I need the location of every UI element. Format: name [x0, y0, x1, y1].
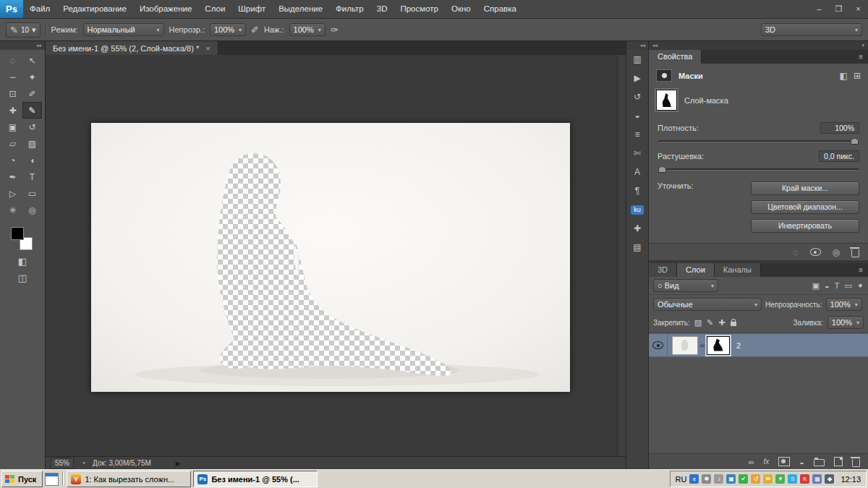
histogram-panel-icon[interactable]: ▥ [628, 50, 647, 69]
menu-filter[interactable]: Фильтр [329, 0, 370, 18]
task-button-browser[interactable]: Y 1: Как вырезать сложн... [67, 471, 191, 487]
mask-link-icon[interactable]: ∞ [698, 342, 707, 349]
status-menu-arrow-icon[interactable]: ▶ [176, 460, 181, 467]
display-tray-icon[interactable]: ▦ [812, 474, 822, 484]
panel-menu-icon[interactable]: ≡ [859, 50, 868, 64]
delete-layer-trash-icon[interactable] [852, 459, 860, 467]
dodge-tool[interactable]: ◖ [22, 152, 42, 168]
menu-layers[interactable]: Слои [198, 0, 231, 18]
layer-filter-select[interactable]: ○ Вид ▾ [653, 279, 718, 292]
zoom-level-field[interactable]: 55% [51, 458, 74, 468]
healing-brush-tool[interactable]: ✚ [3, 102, 22, 119]
layer-style-fx-icon[interactable]: fx [764, 458, 770, 466]
foreground-color-swatch[interactable] [11, 227, 24, 240]
density-value-field[interactable]: 100% [820, 122, 859, 134]
screen-mode-icon[interactable]: ◫ [18, 273, 27, 283]
vertical-scrollbar[interactable] [617, 55, 626, 456]
layer-mask-thumbnail[interactable] [656, 90, 677, 111]
menu-image[interactable]: Изображение [133, 0, 198, 18]
history-brush-tool[interactable]: ↺ [22, 119, 42, 135]
canvas-image[interactable] [91, 123, 570, 392]
tablet-pressure-opacity-icon[interactable]: ✐ [251, 25, 259, 35]
notes-panel-icon[interactable]: ▤ [628, 238, 647, 257]
layer-comps-panel-icon[interactable]: ≡ [628, 125, 647, 144]
crop-tool[interactable]: ⊡ [3, 85, 22, 102]
blend-mode-select[interactable]: Нормальный▾ [83, 23, 164, 36]
feather-slider-thumb[interactable] [658, 166, 666, 173]
minimize-button[interactable]: – [809, 0, 829, 18]
tab-3d[interactable]: 3D [649, 263, 677, 277]
paragraph-panel-icon[interactable]: ¶ [628, 181, 647, 200]
filter-image-icon[interactable]: ▣ [812, 281, 820, 291]
feather-value-field[interactable]: 0,0 пикс. [819, 150, 859, 162]
tool-preset-picker[interactable]: ✎ 10 ▾ [6, 22, 41, 38]
tab-channels[interactable]: Каналы [715, 263, 761, 277]
shape-tool[interactable]: ▭ [22, 185, 42, 202]
layer-visibility-cell[interactable] [649, 334, 668, 356]
move-tool[interactable]: ↖ [22, 52, 42, 69]
skype-tray-icon[interactable]: S [788, 474, 797, 484]
feather-slider[interactable] [658, 165, 859, 173]
filter-adjustment-icon[interactable]: ◒ [825, 281, 830, 291]
gradient-tool[interactable]: ▨ [22, 135, 42, 152]
add-vector-mask-icon[interactable]: ⊞ [854, 71, 861, 81]
type-tool[interactable]: T [22, 168, 42, 185]
menu-3d[interactable]: 3D [370, 0, 394, 18]
clock[interactable]: 12:13 [841, 475, 861, 484]
airbrush-icon[interactable]: ✑ [331, 25, 339, 35]
menu-edit[interactable]: Редактирование [56, 0, 133, 18]
usb-tray-icon[interactable]: ◆ [825, 474, 834, 484]
security-tray-icon[interactable]: ✔ [739, 474, 748, 484]
menu-select[interactable]: Выделение [272, 0, 329, 18]
delete-mask-trash-icon[interactable] [851, 249, 859, 257]
layer-fill-select[interactable]: 100%▾ [827, 316, 864, 329]
update-tray-icon[interactable]: ↺ [751, 474, 760, 484]
history-panel-icon[interactable]: ↺ [628, 87, 647, 106]
layer-row-selected[interactable]: ∞ 2 [649, 333, 868, 357]
mask-visibility-eye-icon[interactable] [810, 248, 821, 256]
path-selection-tool[interactable]: ▷ [3, 185, 22, 202]
link-layers-icon[interactable]: ∞ [749, 458, 754, 466]
menu-view[interactable]: Просмотр [393, 0, 445, 18]
lasso-tool[interactable]: ∽ [3, 69, 22, 85]
clone-stamp-tool[interactable]: ▣ [3, 119, 22, 135]
apply-mask-icon[interactable]: ◎ [833, 247, 840, 257]
menu-type[interactable]: Шрифт [231, 0, 272, 18]
filter-smart-object-icon[interactable]: ✦ [857, 281, 864, 291]
layer-mask-thumbnail-active[interactable] [707, 336, 730, 355]
lock-position-icon[interactable]: ✚ [718, 318, 725, 328]
panel-menu-icon[interactable]: ≡ [859, 263, 868, 277]
clone-source-panel-icon[interactable]: ✄ [628, 144, 647, 163]
mask-edge-button[interactable]: Край маски... [751, 181, 859, 195]
antivirus-tray-icon[interactable]: K [800, 474, 809, 484]
adjustment-layer-icon[interactable]: ◒ [799, 458, 804, 466]
language-indicator[interactable]: RU [676, 475, 687, 484]
document-tab[interactable]: Без имени-1 @ 55% (2, Слой-маска/8) * × [46, 41, 218, 55]
eyedropper-tool[interactable]: ✐ [22, 85, 42, 102]
character-panel-icon[interactable]: A [628, 163, 647, 181]
lock-pixels-icon[interactable]: ✎ [707, 318, 713, 328]
tab-layers[interactable]: Слои [677, 263, 715, 277]
quick-launch-icon[interactable] [45, 473, 59, 486]
color-range-button[interactable]: Цветовой диапазон... [751, 200, 859, 214]
volume-tray-icon[interactable]: ♪ [714, 474, 723, 484]
workspace-select[interactable]: 3D▾ [761, 23, 862, 36]
close-button[interactable]: × [848, 0, 868, 18]
add-layer-mask-icon[interactable] [778, 457, 790, 466]
layer-opacity-select[interactable]: 100%▾ [826, 298, 862, 311]
new-layer-icon[interactable] [834, 457, 843, 466]
pen-tool[interactable]: ✒ [3, 168, 22, 185]
hand-tool[interactable]: ✳ [3, 202, 22, 218]
filter-type-icon[interactable]: T [835, 281, 840, 291]
lock-all-icon[interactable] [731, 322, 736, 326]
measure-panel-icon[interactable]: ✚ [628, 219, 647, 238]
download-tray-icon[interactable]: ▼ [775, 474, 785, 484]
density-slider[interactable] [658, 137, 859, 145]
restore-button[interactable]: ❐ [829, 0, 848, 18]
new-group-folder-icon[interactable] [814, 459, 825, 466]
mail-tray-icon[interactable]: ✉ [763, 474, 773, 484]
select-pixel-mask-icon[interactable]: ◧ [840, 71, 848, 81]
invert-button[interactable]: Инвертировать [751, 219, 859, 233]
blur-tool[interactable]: ◔ [3, 152, 22, 168]
tab-properties[interactable]: Свойства [649, 50, 702, 64]
